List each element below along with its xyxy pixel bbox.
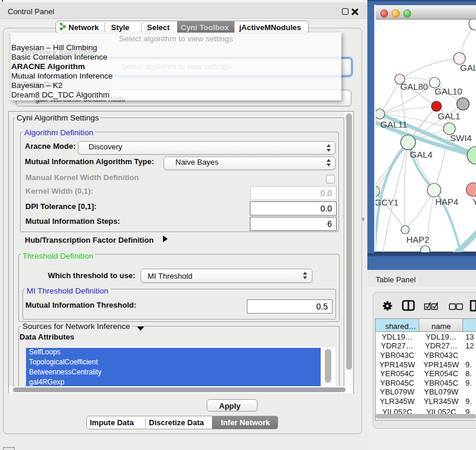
svg-text:GAL4: GAL4 <box>410 149 432 159</box>
svg-text:Y: Y <box>472 197 476 207</box>
svg-text:HAP2: HAP2 <box>406 234 429 244</box>
svg-text:GCY1: GCY1 <box>376 197 399 207</box>
svg-text:GAL1: GAL1 <box>438 111 460 121</box>
svg-text:SWI4: SWI4 <box>450 133 472 143</box>
svg-text:GAL: GAL <box>460 63 476 73</box>
svg-text:GAL10: GAL10 <box>435 86 462 96</box>
svg-text:GAL80: GAL80 <box>400 81 428 92</box>
svg-text:HAP4: HAP4 <box>435 197 458 207</box>
svg-text:GAL11: GAL11 <box>380 119 407 129</box>
